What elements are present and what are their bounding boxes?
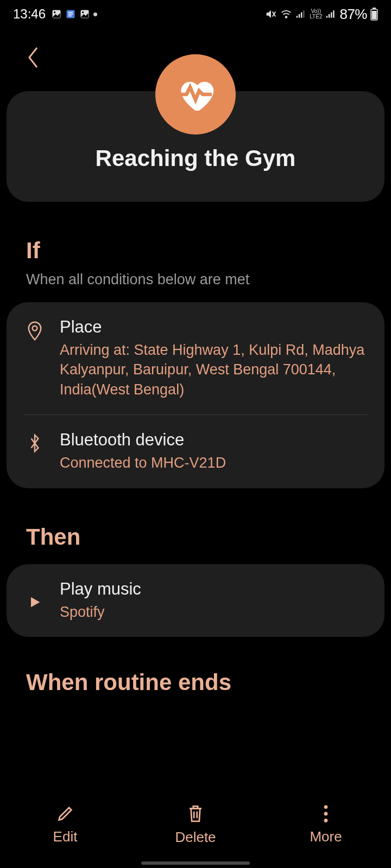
svg-point-1	[54, 11, 55, 13]
svg-rect-16	[329, 14, 330, 18]
condition-desc: Arriving at: State Highway 1, Kulpi Rd, …	[60, 340, 367, 399]
delete-button[interactable]: Delete	[147, 804, 244, 846]
mute-icon	[265, 8, 277, 20]
svg-point-23	[324, 805, 328, 809]
svg-rect-14	[303, 10, 305, 17]
routine-title: Reaching the Gym	[20, 145, 371, 171]
back-button[interactable]	[21, 44, 47, 71]
condition-place[interactable]: Place Arriving at: State Highway 1, Kulp…	[24, 302, 367, 414]
if-conditions-card: Place Arriving at: State Highway 1, Kulp…	[7, 302, 384, 488]
location-pin-icon	[24, 321, 46, 341]
svg-rect-5	[68, 16, 72, 17]
more-label: More	[310, 828, 342, 845]
delete-label: Delete	[175, 829, 216, 846]
if-section-title: If	[26, 238, 365, 264]
then-actions-card: Play music Spotify	[7, 564, 384, 637]
status-notif-icons	[51, 9, 97, 20]
status-time: 13:46	[13, 7, 46, 22]
svg-rect-17	[331, 12, 332, 18]
play-icon	[24, 595, 46, 610]
status-bar: 13:46 Vo))LTE2 87%	[0, 0, 391, 28]
svg-rect-15	[326, 16, 328, 17]
action-desc: Spotify	[60, 602, 141, 622]
if-section-subtitle: When all conditions below are met	[26, 271, 365, 288]
svg-rect-11	[297, 16, 298, 17]
action-title: Play music	[60, 579, 141, 599]
svg-point-24	[324, 812, 328, 815]
gesture-bar	[141, 861, 250, 865]
ends-section-title: When routine ends	[0, 669, 391, 695]
svg-rect-12	[299, 14, 300, 18]
svg-point-7	[82, 11, 84, 13]
wifi-icon	[280, 8, 292, 20]
svg-rect-21	[372, 11, 377, 20]
svg-point-10	[286, 16, 287, 18]
svg-rect-4	[68, 14, 73, 15]
network-label-icon: Vo))LTE2	[310, 9, 322, 20]
svg-rect-18	[333, 10, 335, 17]
condition-bluetooth[interactable]: Bluetooth device Connected to MHC-V21D	[24, 414, 367, 488]
signal-icon	[295, 9, 306, 20]
svg-point-22	[33, 326, 37, 331]
condition-title: Bluetooth device	[60, 430, 226, 450]
edit-button[interactable]: Edit	[16, 805, 114, 845]
action-play-music[interactable]: Play music Spotify	[24, 564, 367, 637]
signal2-icon	[325, 9, 336, 20]
battery-icon	[370, 8, 378, 21]
svg-rect-3	[68, 12, 73, 13]
status-battery: 87%	[339, 6, 367, 23]
bluetooth-icon	[24, 433, 46, 453]
bottom-toolbar: Edit Delete More	[0, 781, 391, 868]
routine-avatar-heartbeat-icon	[155, 54, 236, 135]
then-section-title: Then	[26, 524, 365, 550]
condition-desc: Connected to MHC-V21D	[60, 453, 226, 473]
svg-rect-13	[301, 12, 302, 18]
svg-point-25	[324, 819, 328, 822]
more-button[interactable]: More	[277, 805, 375, 845]
condition-title: Place	[60, 317, 367, 337]
edit-label: Edit	[53, 828, 78, 845]
